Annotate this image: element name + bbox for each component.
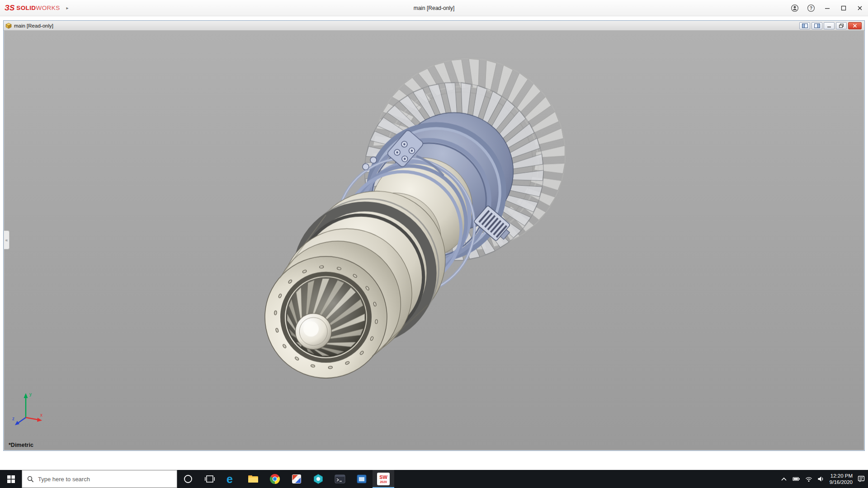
document-window: main [Read-only] [3,20,865,451]
viewport-3d[interactable]: « y x z *Dimetric [4,31,864,450]
clock-date: 9/16/2020 [830,479,853,485]
close-icon [852,23,858,28]
split-pane-icon [814,23,820,28]
menu-expand-arrow-icon[interactable]: ▸ [66,5,69,10]
task-view-icon [205,475,215,483]
windows-logo-icon [7,475,15,483]
app-client-area: main [Read-only] [0,16,868,470]
triad-y-label: y [29,392,32,397]
edge-icon: e [226,473,237,485]
task-view-button[interactable] [199,470,221,488]
blue-window-icon [357,474,367,483]
chrome-icon [269,474,280,484]
battery-button[interactable] [793,476,800,482]
battery-icon [793,476,800,482]
doc-close-button[interactable] [848,22,862,29]
speaker-icon [817,476,825,482]
terminal-icon [335,474,345,483]
cortana-button[interactable] [177,470,199,488]
close-button[interactable] [852,0,868,16]
person-icon [791,4,799,12]
feature-tree-collapse-tab[interactable]: « [4,230,9,249]
doc-restore-button[interactable] [836,22,847,29]
maximize-button[interactable] [835,0,852,16]
start-button[interactable] [0,470,22,488]
minimize-icon [826,23,832,28]
clock-time: 12:20 PM [830,473,853,479]
cortana-icon [183,474,193,484]
volume-button[interactable] [817,476,825,482]
tray-overflow-chevron[interactable] [780,476,788,482]
hexagon-app-icon [313,474,324,484]
doc-pane-button-2[interactable] [811,22,822,29]
app-button-blue-window[interactable] [351,470,373,488]
file-explorer-button[interactable] [242,470,264,488]
brand-text-works: WORKS [36,5,60,11]
edge-button[interactable]: e [221,470,242,488]
taskbar-clock[interactable]: 12:20 PM 9/16/2020 [830,473,853,485]
taskbar: Type here to search e [0,470,868,488]
document-title: main [Read-only] [14,23,53,28]
triad-z-label: z [12,416,14,421]
app-button-hexagon[interactable] [307,470,329,488]
help-icon[interactable]: ? [803,0,819,16]
engine-model-render [4,31,864,450]
app-title: main [Read-only] [414,5,455,11]
document-titlebar[interactable]: main [Read-only] [4,21,864,31]
chrome-button[interactable] [264,470,286,488]
app-button-terminal[interactable] [329,470,351,488]
solidworks-app-icon: SW 2020 [377,473,390,485]
action-center-icon [858,475,865,483]
document-window-controls [799,22,863,29]
question-icon: ? [807,4,815,12]
minimize-button[interactable] [819,0,835,16]
jet-engine-model [265,59,565,378]
search-icon [27,476,34,483]
triad-x-label: x [40,413,42,418]
doc-minimize-button[interactable] [824,22,835,29]
svg-text:?: ? [810,5,812,10]
app-button-multicolor[interactable] [286,470,307,488]
solidworks-logo-mark-icon: ЗS [5,4,14,13]
orientation-triad: y x z [11,389,45,427]
maximize-icon [840,5,847,11]
svg-text:e: e [226,473,233,485]
view-orientation-label: *Dimetric [9,442,33,448]
account-icon[interactable] [787,0,803,16]
solidworks-taskbar-button[interactable]: SW 2020 [373,470,394,488]
taskbar-search-input[interactable]: Type here to search [22,470,177,488]
window-controls: ? [787,0,868,16]
solidworks-logo: ЗS SOLIDWORKS ▸ [0,4,69,13]
file-explorer-icon [248,474,259,483]
screen: ЗS SOLIDWORKS ▸ main [Read-only] ? [0,0,868,488]
doc-pane-button-1[interactable] [799,22,810,29]
network-button[interactable] [805,476,812,482]
part-document-icon [5,23,12,29]
system-tray: 12:20 PM 9/16/2020 [780,470,868,488]
chevron-up-icon [780,476,788,482]
close-icon [857,5,863,11]
split-pane-icon [802,23,808,28]
brand-text-solid: SOLID [16,5,36,11]
restore-icon [839,23,844,28]
minimize-icon [824,5,830,11]
search-placeholder: Type here to search [38,476,90,483]
multicolor-app-icon [292,474,302,484]
action-center-button[interactable] [858,475,865,483]
app-titlebar: ЗS SOLIDWORKS ▸ main [Read-only] ? [0,0,868,16]
wifi-icon [805,476,812,482]
